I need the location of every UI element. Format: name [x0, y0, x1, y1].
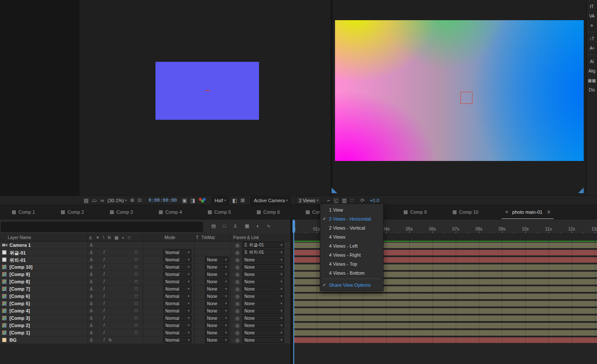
pickwhip-icon[interactable]: ◎: [235, 308, 240, 314]
fx-icon[interactable]: fx: [109, 338, 112, 342]
view-menu-item[interactable]: 4 Views - Right: [320, 250, 383, 259]
pickwhip-icon[interactable]: ◎: [235, 301, 240, 306]
pickwhip-icon[interactable]: ◎: [235, 272, 240, 277]
snapshot-icon[interactable]: ▣: [182, 198, 187, 203]
quality-icon[interactable]: /: [104, 294, 105, 298]
trkmat-dropdown[interactable]: None▾: [205, 264, 229, 270]
trkmat-dropdown[interactable]: None▾: [205, 308, 229, 314]
frame-blend-icon[interactable]: ▦: [245, 223, 249, 229]
hide-shy-icon[interactable]: ♙: [233, 223, 238, 229]
view-menu-item[interactable]: 4 Views - Top: [320, 259, 383, 268]
parent-dropdown[interactable]: None▾: [242, 286, 284, 292]
shy-icon[interactable]: ♙: [89, 323, 93, 328]
layer-row[interactable]: Camera 1♙◎2. 위글-01▾: [0, 242, 290, 249]
view-split-divider[interactable]: [331, 0, 332, 195]
3d-view-dropdown[interactable]: Active Camera ▾: [251, 197, 291, 204]
quality-icon[interactable]: /: [104, 264, 105, 269]
close-icon[interactable]: ×: [505, 209, 509, 215]
mode-dropdown[interactable]: Normal▾: [163, 249, 192, 255]
left-view-comp-solid[interactable]: [155, 62, 259, 120]
quality-icon[interactable]: /: [104, 286, 105, 291]
layer-row[interactable]: [Comp 6]♙/□Normal▾None▾◎None▾: [0, 293, 290, 300]
panel-strip-item[interactable]: tT: [587, 2, 597, 11]
layer-duration-bar[interactable]: [293, 330, 597, 336]
reset-exposure-icon[interactable]: ⟳: [360, 198, 365, 203]
safe-zones-icon[interactable]: ⊡: [138, 198, 142, 203]
3d-switch-icon[interactable]: □: [135, 250, 137, 255]
trkmat-dropdown[interactable]: None▾: [205, 330, 229, 336]
pixel-aspect-icon[interactable]: ⌐: [327, 198, 330, 203]
comp-tab[interactable]: Comp 1: [12, 209, 52, 215]
view-menu-item[interactable]: 1 View: [320, 205, 383, 214]
comp-tab[interactable]: Comp 10: [453, 209, 492, 215]
3d-switch-icon[interactable]: □: [135, 272, 137, 276]
comp-tab[interactable]: Comp 5: [208, 209, 247, 215]
panel-strip-item[interactable]: Dis: [587, 85, 597, 94]
layer-row[interactable]: [Comp 5]♙/□Normal▾None▾◎None▾: [0, 300, 290, 307]
quality-icon[interactable]: /: [104, 257, 105, 262]
shy-icon[interactable]: ♙: [89, 301, 93, 306]
mode-dropdown[interactable]: Normal▾: [163, 271, 192, 277]
parent-dropdown[interactable]: None▾: [242, 337, 284, 343]
current-time-indicator-handle[interactable]: [292, 220, 295, 233]
current-time-indicator[interactable]: [293, 219, 294, 364]
mode-dropdown[interactable]: Normal▾: [163, 293, 192, 299]
pickwhip-icon[interactable]: ◎: [235, 257, 240, 263]
monitor-icon[interactable]: ▭: [92, 198, 97, 203]
pickwhip-icon[interactable]: ◎: [235, 330, 240, 336]
layer-row[interactable]: [Comp 1]♙/□Normal▾None▾◎None▾: [0, 329, 290, 337]
3d-switch-icon[interactable]: □: [135, 315, 137, 320]
current-time-field[interactable]: 0:00:00:00: [149, 197, 177, 203]
parent-dropdown[interactable]: None▾: [242, 264, 284, 270]
mode-dropdown[interactable]: Normal▾: [163, 257, 192, 263]
quality-icon[interactable]: /: [104, 337, 105, 342]
layer-row[interactable]: [Comp 7]♙/□Normal▾None▾◎None▾: [0, 285, 290, 293]
3d-switch-icon[interactable]: □: [135, 286, 137, 291]
trkmat-dropdown[interactable]: None▾: [205, 322, 229, 328]
layer-row[interactable]: BG♙/fxNormal▾None▾◎None▾: [0, 337, 290, 344]
mode-dropdown[interactable]: Normal▾: [163, 337, 192, 343]
quality-icon[interactable]: /: [104, 250, 105, 255]
layer-row[interactable]: [Comp 3]♙/□Normal▾None▾◎None▾: [0, 315, 290, 322]
shy-icon[interactable]: ♙: [89, 264, 93, 269]
mode-dropdown[interactable]: Normal▾: [163, 264, 192, 270]
quality-icon[interactable]: /: [104, 272, 105, 276]
parent-dropdown[interactable]: None▾: [242, 330, 284, 336]
flowchart-icon[interactable]: ▤: [84, 198, 88, 203]
shy-icon[interactable]: ♙: [89, 272, 93, 276]
show-channel-icon[interactable]: [199, 198, 206, 203]
stereo-glasses-icon[interactable]: ∞: [101, 198, 104, 203]
layer-row[interactable]: [Comp 8]♙/□Normal▾None▾◎None▾: [0, 278, 290, 285]
shy-icon[interactable]: ♙: [89, 308, 93, 313]
panel-strip-item[interactable]: ≡: [587, 21, 597, 30]
grid-options-icon[interactable]: ⊞: [130, 198, 134, 203]
quality-icon[interactable]: /: [104, 279, 105, 284]
exposure-value[interactable]: +0.0: [370, 198, 379, 203]
resolution-dropdown[interactable]: Half ▾: [212, 197, 229, 204]
panel-strip-item[interactable]: Alig: [587, 66, 597, 76]
layer-row[interactable]: [Comp 9]♙/□Normal▾None▾◎None▾: [0, 271, 290, 278]
mode-dropdown[interactable]: Normal▾: [163, 322, 192, 328]
trkmat-dropdown[interactable]: None▾: [205, 300, 229, 306]
parent-dropdown[interactable]: None▾: [242, 322, 284, 328]
view-menu-item[interactable]: 4 Views - Left: [320, 241, 383, 250]
active-comp-tab[interactable]: ×photo main-01≡: [502, 205, 554, 219]
quality-icon[interactable]: /: [104, 330, 105, 335]
search-input[interactable]: [1, 222, 203, 232]
layer-duration-bar[interactable]: [293, 301, 597, 306]
pickwhip-icon[interactable]: ◎: [235, 250, 240, 255]
quality-icon[interactable]: /: [104, 323, 105, 328]
draft-3d-icon[interactable]: □: [223, 223, 226, 229]
show-snapshot-icon[interactable]: ◨: [190, 198, 195, 203]
shy-icon[interactable]: ♙: [89, 257, 93, 262]
3d-switch-icon[interactable]: □: [135, 330, 137, 335]
layer-duration-bar[interactable]: [293, 337, 597, 343]
layer-duration-bar[interactable]: [293, 315, 597, 321]
shy-icon[interactable]: ♙: [89, 315, 93, 320]
trkmat-dropdown[interactable]: None▾: [205, 315, 229, 321]
pickwhip-icon[interactable]: ◎: [235, 294, 240, 299]
comp-tab[interactable]: Comp 6: [257, 209, 296, 215]
pickwhip-icon[interactable]: ◎: [235, 337, 240, 343]
3d-switch-icon[interactable]: □: [135, 308, 137, 313]
comp-tab[interactable]: Comp 3: [110, 209, 149, 215]
